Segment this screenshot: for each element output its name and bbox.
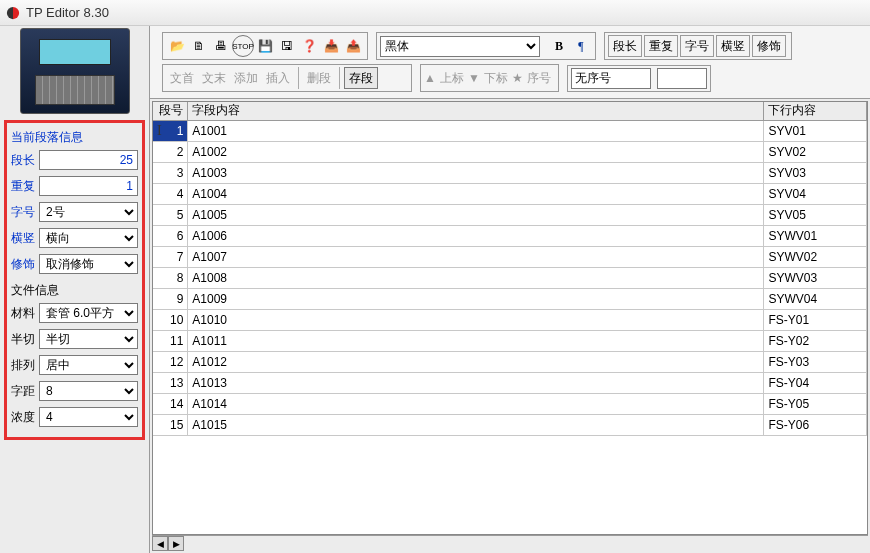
table-row[interactable]: 2A1002SYV02 <box>153 141 867 162</box>
cell-last[interactable]: FS-Y04 <box>764 372 867 393</box>
ordinal-value-field[interactable] <box>657 68 707 89</box>
cell-idx[interactable]: 12 <box>153 351 188 372</box>
cell-last[interactable]: SYV03 <box>764 162 867 183</box>
new-icon[interactable]: 🗎 <box>188 35 210 57</box>
density-select[interactable]: 4 <box>39 407 138 427</box>
col-header-idx[interactable]: 段号 <box>153 102 188 120</box>
cell-seg[interactable]: A1008 <box>188 267 764 288</box>
cell-last[interactable]: SYWV02 <box>764 246 867 267</box>
cell-last[interactable]: FS-Y01 <box>764 309 867 330</box>
cell-idx[interactable]: 13 <box>153 372 188 393</box>
cell-idx[interactable]: 14 <box>153 393 188 414</box>
cell-last[interactable]: SYWV03 <box>764 267 867 288</box>
orient-button[interactable]: 横竖 <box>716 35 750 57</box>
cell-seg[interactable]: A1007 <box>188 246 764 267</box>
repeat-button[interactable]: 重复 <box>644 35 678 57</box>
col-header-seg[interactable]: 字段内容 <box>188 102 764 120</box>
cell-last[interactable]: FS-Y06 <box>764 414 867 435</box>
delete-seg-button[interactable]: 删段 <box>303 67 335 89</box>
horizontal-scrollbar[interactable]: ◀ ▶ <box>152 535 868 551</box>
align-select[interactable]: 居中 <box>39 355 138 375</box>
import-icon[interactable]: 📥 <box>320 35 342 57</box>
repeat-input[interactable] <box>39 176 138 196</box>
table-row[interactable]: 15A1015FS-Y06 <box>153 414 867 435</box>
export-icon[interactable]: 📤 <box>342 35 364 57</box>
cell-seg[interactable]: A1012 <box>188 351 764 372</box>
cell-seg[interactable]: A1001 <box>188 120 764 141</box>
fontsize-button[interactable]: 字号 <box>680 35 714 57</box>
cell-idx[interactable]: 10 <box>153 309 188 330</box>
seglen-button[interactable]: 段长 <box>608 35 642 57</box>
save2-icon[interactable]: 🖫 <box>276 35 298 57</box>
cell-last[interactable]: FS-Y02 <box>764 330 867 351</box>
cell-last[interactable]: SYV05 <box>764 204 867 225</box>
decor-select[interactable]: 取消修饰 <box>39 254 138 274</box>
table-row[interactable]: 1A1001SYV01 <box>153 120 867 141</box>
cell-last[interactable]: SYV04 <box>764 183 867 204</box>
table-row[interactable]: 5A1005SYV05 <box>153 204 867 225</box>
halfcut-select[interactable]: 半切 <box>39 329 138 349</box>
material-select[interactable]: 套管 6.0平方 <box>39 303 138 323</box>
col-header-last[interactable]: 下行内容 <box>764 102 867 120</box>
table-row[interactable]: 9A1009SYWV04 <box>153 288 867 309</box>
wenshou-button[interactable]: 文首 <box>166 67 198 89</box>
cell-last[interactable]: FS-Y05 <box>764 393 867 414</box>
cell-seg[interactable]: A1006 <box>188 225 764 246</box>
cell-last[interactable]: FS-Y03 <box>764 351 867 372</box>
table-row[interactable]: 10A1010FS-Y01 <box>153 309 867 330</box>
cell-seg[interactable]: A1009 <box>188 288 764 309</box>
cell-idx[interactable]: 2 <box>153 141 188 162</box>
cell-idx[interactable]: 8 <box>153 267 188 288</box>
cell-seg[interactable]: A1005 <box>188 204 764 225</box>
fontsize-select[interactable]: 2号 <box>39 202 138 222</box>
table-row[interactable]: 4A1004SYV04 <box>153 183 867 204</box>
cell-idx[interactable]: 15 <box>153 414 188 435</box>
table-row[interactable]: 14A1014FS-Y05 <box>153 393 867 414</box>
cell-last[interactable]: SYWV04 <box>764 288 867 309</box>
open-icon[interactable]: 📂 <box>166 35 188 57</box>
cell-seg[interactable]: A1013 <box>188 372 764 393</box>
table-row[interactable]: 12A1012FS-Y03 <box>153 351 867 372</box>
table-row[interactable]: 13A1013FS-Y04 <box>153 372 867 393</box>
cell-last[interactable]: SYV01 <box>764 120 867 141</box>
table-row[interactable]: 6A1006SYWV01 <box>153 225 867 246</box>
cell-idx[interactable]: 9 <box>153 288 188 309</box>
scroll-right-icon[interactable]: ▶ <box>168 536 184 551</box>
font-family-select[interactable]: 黑体 <box>380 36 540 57</box>
table-row[interactable]: 3A1003SYV03 <box>153 162 867 183</box>
cell-seg[interactable]: A1003 <box>188 162 764 183</box>
table-row[interactable]: 7A1007SYWV02 <box>153 246 867 267</box>
cell-seg[interactable]: A1004 <box>188 183 764 204</box>
cell-last[interactable]: SYV02 <box>764 141 867 162</box>
cell-seg[interactable]: A1010 <box>188 309 764 330</box>
pilcrow-button[interactable]: ¶ <box>570 35 592 57</box>
spacing-select[interactable]: 8 <box>39 381 138 401</box>
data-grid[interactable]: 段号 字段内容 下行内容 1A1001SYV012A1002SYV023A100… <box>153 102 867 436</box>
cell-seg[interactable]: A1002 <box>188 141 764 162</box>
print-icon[interactable]: 🖶 <box>210 35 232 57</box>
cell-idx[interactable]: 6 <box>153 225 188 246</box>
save-icon[interactable]: 💾 <box>254 35 276 57</box>
cell-idx[interactable]: 4 <box>153 183 188 204</box>
save-seg-button[interactable]: 存段 <box>344 67 378 89</box>
cell-last[interactable]: SYWV01 <box>764 225 867 246</box>
ordinal-button[interactable]: 序号 <box>523 67 555 89</box>
ordinal-type-field[interactable] <box>571 68 651 89</box>
cell-seg[interactable]: A1014 <box>188 393 764 414</box>
scroll-left-icon[interactable]: ◀ <box>152 536 168 551</box>
seglen-input[interactable] <box>39 150 138 170</box>
stop-icon[interactable]: STOP <box>232 35 254 57</box>
decor-button[interactable]: 修饰 <box>752 35 786 57</box>
cell-idx[interactable]: 11 <box>153 330 188 351</box>
orient-select[interactable]: 横向 <box>39 228 138 248</box>
cell-idx[interactable]: 7 <box>153 246 188 267</box>
cell-idx[interactable]: 3 <box>153 162 188 183</box>
cell-seg[interactable]: A1015 <box>188 414 764 435</box>
subscript-button[interactable]: 下标 <box>480 67 512 89</box>
add-button[interactable]: 添加 <box>230 67 262 89</box>
cell-seg[interactable]: A1011 <box>188 330 764 351</box>
superscript-button[interactable]: 上标 <box>436 67 468 89</box>
cell-idx[interactable]: 5 <box>153 204 188 225</box>
wenmo-button[interactable]: 文末 <box>198 67 230 89</box>
insert-button[interactable]: 插入 <box>262 67 294 89</box>
